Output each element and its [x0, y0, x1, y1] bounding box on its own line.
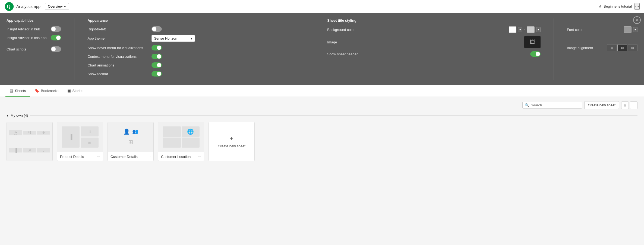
logo: Q Analytics app: [4, 2, 40, 11]
bg-color-box-1[interactable]: [509, 26, 516, 33]
table-icon-2: ⊞: [128, 139, 133, 146]
bookmarks-tab-icon: 🔖: [34, 88, 39, 93]
chart-animations-toggle[interactable]: [151, 62, 162, 68]
collapse-icon[interactable]: ▾: [7, 113, 8, 117]
dash-cell-4: ▐: [9, 148, 22, 152]
tutorial-button[interactable]: 🖥 Beginner's tutorial: [598, 4, 632, 9]
settings-icon: ⚙: [42, 131, 45, 135]
app-theme-select[interactable]: Sense Horizon ▾: [151, 35, 195, 42]
bg-color-box-2[interactable]: [527, 26, 535, 33]
screen-icon: 🖥: [598, 4, 602, 9]
stories-tab-label: Stories: [72, 89, 83, 93]
overview-button[interactable]: Overview ▾: [45, 3, 69, 10]
tab-stories[interactable]: ▣ Stories: [63, 85, 88, 97]
create-new-sheet-button[interactable]: Create new sheet: [584, 101, 619, 109]
search-input[interactable]: [531, 103, 580, 107]
chart-scripts-row: Chart scripts: [7, 46, 61, 52]
sheet-card-dashboard[interactable]: ◔ #1 ⚙ ▐ ↗ ⌄ Dashboard: [7, 122, 53, 161]
sheet-card-product[interactable]: ▐ ⠿ ⊞ Product Details ···: [57, 122, 103, 161]
grid-view-button[interactable]: ⊞: [621, 101, 629, 109]
align-left-button[interactable]: ▤: [607, 44, 617, 51]
customer-details-name: Customer Details: [111, 155, 138, 159]
app-name-label: Analytics app: [16, 4, 40, 9]
line-chart-icon: ↗: [28, 148, 31, 152]
sheet-card-customer-details[interactable]: 👤 👥 ⊞ Customer Details ···: [108, 122, 154, 161]
my-own-section-header: ▾ My own (4): [7, 113, 637, 117]
search-box: 🔍: [522, 102, 582, 109]
customer-details-thumb-row-1: 👤 👥: [123, 128, 138, 135]
view-toggle-buttons: ⊞ ☰: [621, 101, 637, 109]
loc-cell-globe: 🌐: [182, 126, 200, 137]
app-theme-row: App theme Sense Horizon ▾: [87, 35, 301, 42]
svg-text:Q: Q: [7, 4, 11, 9]
align-right-button[interactable]: ▤: [628, 44, 637, 51]
insight-advisor-app-toggle[interactable]: [51, 35, 61, 40]
customer-details-thumbnail: 👤 👥 ⊞: [108, 122, 153, 152]
show-header-label: Show sheet header: [327, 52, 358, 56]
product-cell-top-right: ⠿: [81, 126, 99, 136]
image-align-label: Image alignment: [567, 46, 593, 50]
sheets-grid: ◔ #1 ⚙ ▐ ↗ ⌄ Dashboard: [7, 122, 637, 161]
rtl-row: Right-to-left: [87, 26, 301, 32]
product-thumbnail: ▐ ⠿ ⊞: [57, 122, 103, 152]
more-options-button[interactable]: ···: [634, 3, 640, 10]
create-new-sheet-card[interactable]: + Create new sheet: [209, 122, 255, 161]
customer-details-more-button[interactable]: ···: [147, 154, 151, 159]
align-buttons: ▤ ▤ ▤: [607, 44, 637, 51]
chart-scripts-toggle[interactable]: [51, 46, 61, 52]
qlik-logo-icon: Q: [4, 2, 14, 11]
show-toolbar-toggle[interactable]: [151, 71, 162, 77]
hover-menu-toggle[interactable]: [151, 45, 162, 50]
header: Q Analytics app Overview ▾ 🖥 Beginner's …: [0, 0, 644, 13]
align-center-button[interactable]: ▤: [617, 44, 627, 51]
product-thumb-grid: ▐ ⠿ ⊞: [59, 124, 101, 150]
appearance-title: Appearance: [87, 18, 301, 23]
rtl-label: Right-to-left: [87, 27, 147, 31]
font-color-dropdown[interactable]: ▾: [633, 27, 637, 32]
customer-location-name: Customer Location: [161, 155, 191, 159]
dash-cell-3: ⚙: [37, 131, 50, 135]
customer-details-footer: Customer Details ···: [108, 152, 153, 161]
sheets-tab-label: Sheets: [15, 89, 26, 93]
bg-color-picker: ▾ - ▾: [509, 26, 541, 33]
tab-bookmarks[interactable]: 🔖 Bookmarks: [30, 85, 63, 97]
bg-color-row: Background color ▾ - ▾: [327, 26, 541, 33]
chart-animations-row: Chart animations: [87, 62, 301, 68]
appearance-section: Appearance Right-to-left App theme Sense…: [87, 18, 301, 80]
bg-color-dropdown-1[interactable]: ▾: [518, 27, 522, 32]
image-align-row: Image alignment ▤ ▤ ▤: [567, 44, 637, 51]
divider-1: [74, 18, 74, 80]
show-header-toggle[interactable]: [530, 51, 541, 57]
customer-details-thumb-row-2: ⊞: [128, 139, 133, 146]
product-more-button[interactable]: ···: [97, 154, 100, 159]
customer-location-more-button[interactable]: ···: [198, 154, 201, 159]
number-icon: #1: [28, 131, 31, 135]
create-card-label: Create new sheet: [218, 144, 245, 148]
context-menu-label: Context menu for visualizations: [87, 55, 147, 59]
font-section: ​ Font color ▾ Image alignment ▤ ▤ ▤: [567, 18, 637, 80]
scatter-icon: ⠿: [88, 129, 91, 134]
sheet-card-customer-location[interactable]: 🌐 Customer Location ···: [158, 122, 204, 161]
font-color-box[interactable]: [624, 26, 632, 33]
theme-value: Sense Horizon: [154, 36, 177, 40]
dash-cell-5: ↗: [23, 148, 36, 152]
content-toolbar: 🔍 Create new sheet ⊞ ☰: [7, 101, 637, 109]
product-name: Product Details: [60, 155, 84, 159]
close-settings-button[interactable]: ✕: [633, 16, 641, 24]
context-menu-toggle[interactable]: [151, 54, 162, 59]
tab-sheets[interactable]: ▦ Sheets: [5, 85, 30, 97]
image-picker[interactable]: 🖼: [524, 36, 541, 48]
sheet-title-heading: Sheet title styling: [327, 18, 541, 23]
show-toolbar-row: Show toolbar: [87, 71, 301, 77]
persons-icon: 👤: [123, 128, 130, 135]
sheet-title-section: Sheet title styling Background color ▾ -…: [327, 18, 541, 80]
rtl-toggle[interactable]: [151, 26, 162, 32]
bg-color-dropdown-2[interactable]: ▾: [536, 27, 541, 32]
overview-label: Overview: [48, 4, 62, 8]
image-icon: 🖼: [530, 39, 535, 45]
bar-icon: ▐: [69, 134, 72, 140]
insight-advisor-hub-toggle[interactable]: [51, 26, 61, 32]
dash-cell-6: ⌄: [37, 148, 50, 152]
grid-view-icon: ⊞: [624, 103, 627, 107]
list-view-button[interactable]: ☰: [630, 101, 637, 109]
